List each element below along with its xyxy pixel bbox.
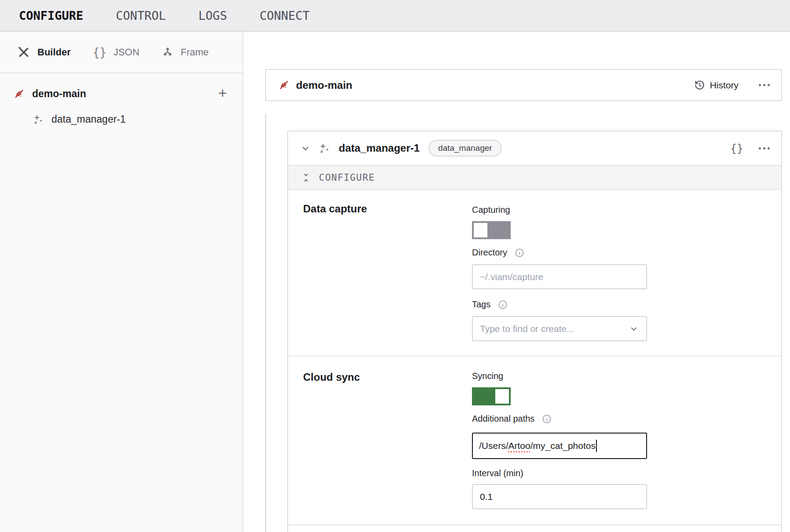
tree-item-label: data_manager-1 [51,113,126,125]
tags-select[interactable]: Type to find or create... [472,316,647,341]
history-button-label: History [710,80,739,91]
cloud-sync-heading: Cloud sync [303,371,360,383]
top-nav: CONFIGURE CONTROL LOGS CONNECT [0,0,790,32]
configure-section-label: CONFIGURE [319,172,375,183]
add-component-button[interactable]: + [218,85,227,100]
interval-label: Interval (min) [472,468,523,478]
viewtab-builder[interactable]: Builder [17,46,71,59]
machine-part-title: demo-main [296,79,352,91]
viewtab-builder-label: Builder [37,47,71,58]
sparkles-icon [33,114,44,125]
toggle-knob [474,223,487,237]
offline-icon [13,88,25,100]
machine-part-menu-button[interactable] [759,84,770,86]
braces-icon: {} [93,46,106,59]
resource-menu-button[interactable] [759,147,770,149]
capturing-label: Capturing [472,205,510,215]
capturing-toggle[interactable] [472,221,511,239]
additional-paths-input[interactable]: /Users/Artoo/my_cat_photos [472,433,647,459]
interval-input[interactable] [472,484,647,509]
info-icon[interactable] [542,414,552,424]
history-button[interactable]: History [694,80,739,91]
resource-type-badge: data_manager [428,140,502,157]
viewtab-frame[interactable]: Frame [161,46,209,58]
section-divider [288,525,781,525]
syncing-toggle[interactable] [472,387,511,405]
viewtab-frame-label: Frame [181,47,209,58]
viewtab-json[interactable]: {} JSON [93,46,139,59]
offline-icon [278,79,290,91]
machine-part-tree: demo-main + data_manager-1 [0,73,243,532]
ellipsis-icon [759,84,761,86]
view-json-button[interactable]: {} [730,142,743,155]
collapse-vertical-icon [302,173,310,182]
path-text: /Users/ [479,441,508,451]
additional-paths-label: Additional paths [472,414,534,424]
info-icon[interactable] [515,248,524,258]
tab-connect[interactable]: CONNECT [260,9,310,22]
tags-select-placeholder: Type to find or create... [480,324,629,334]
tab-logs[interactable]: LOGS [198,9,227,22]
machine-part-card: demo-main History [265,69,782,101]
builder-toolbar: Builder {} JSON Frame [0,32,243,73]
directory-label: Directory [472,248,507,258]
syncing-label: Syncing [472,371,503,381]
sparkles-icon [318,142,330,154]
tab-configure[interactable]: CONFIGURE [19,9,83,22]
history-icon [694,80,705,91]
tools-icon [17,46,30,59]
chevron-down-icon[interactable] [301,144,310,153]
info-icon[interactable] [498,300,508,310]
tab-control[interactable]: CONTROL [116,9,166,22]
resource-card-header: data_manager-1 data_manager {} [288,131,781,165]
path-text: /my_cat_photos [530,441,596,451]
tree-item-data-manager-1[interactable]: data_manager-1 [0,108,243,131]
chevron-down-icon [629,324,638,333]
resource-title: data_manager-1 [339,142,420,154]
data-capture-heading: Data capture [303,203,367,215]
configure-section-bar[interactable]: CONFIGURE [288,165,781,190]
ellipsis-icon [759,147,761,149]
tags-label-row: Tags [472,299,508,310]
frame-axes-icon [161,46,174,58]
additional-paths-label-row: Additional paths [472,414,552,424]
tree-connector-line [265,114,266,532]
tree-item-label: demo-main [32,88,86,100]
directory-label-row: Directory [472,248,524,258]
resource-card-data-manager-1: data_manager-1 data_manager {} CONFIGURE… [287,131,782,532]
tags-label: Tags [472,299,490,310]
text-caret [596,440,597,452]
section-divider [288,356,781,357]
path-text-misspelled: Artoo [508,441,530,451]
directory-input[interactable] [472,264,647,289]
tree-item-demo-main[interactable]: demo-main + [0,83,243,105]
toggle-knob [495,389,509,404]
viewtab-json-label: JSON [113,47,139,58]
